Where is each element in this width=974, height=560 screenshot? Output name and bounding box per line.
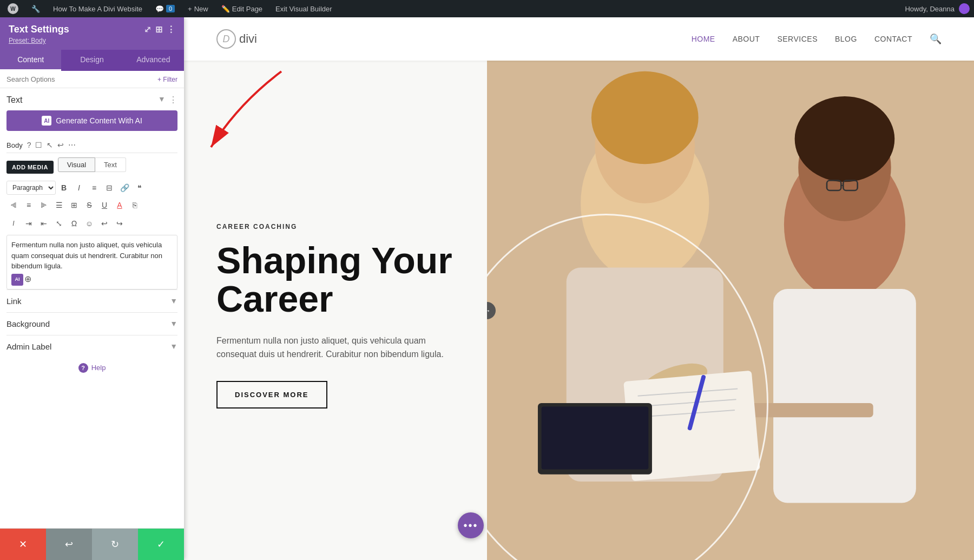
tab-advanced[interactable]: Advanced <box>123 50 184 71</box>
ordered-list-button[interactable]: ⊟ <box>102 181 116 195</box>
more-icon-top[interactable]: ⋯ <box>68 141 76 149</box>
dots-icon: ••• <box>463 519 478 532</box>
panel-header: Text Settings ⤢ ⊞ ⋮ Preset: Body <box>0 17 184 50</box>
outdent-button[interactable]: ⇤ <box>37 216 51 230</box>
align-center-button[interactable]: ≡ <box>22 198 36 212</box>
admin-label-section-header[interactable]: Admin Label ▼ <box>6 342 177 351</box>
add-row-icon[interactable]: ⊕ <box>24 273 31 286</box>
undo-button[interactable]: ↩ <box>97 216 111 230</box>
ai-generate-button[interactable]: AI Generate Content With AI <box>6 110 177 131</box>
omega-button[interactable]: Ω <box>67 216 81 230</box>
save-button[interactable]: ✓ <box>138 529 184 560</box>
fullscreen-icon[interactable]: ⤢ <box>144 24 151 35</box>
exit-builder-button[interactable]: Exit Visual Builder <box>272 0 335 17</box>
view-tabs: Visual Text <box>58 157 126 172</box>
comments-button[interactable]: 💬 0 <box>152 0 178 17</box>
italic2-button[interactable]: I <box>6 216 21 230</box>
admin-bar: W 🔧 How To Make A Divi Website 💬 0 + New… <box>0 0 974 17</box>
view-tab-visual[interactable]: Visual <box>58 157 95 172</box>
background-section-header[interactable]: Background ▼ <box>6 319 177 328</box>
help-icon-inline[interactable]: ? <box>27 141 31 149</box>
plus-icon: + <box>188 5 192 13</box>
unordered-list-button[interactable]: ≡ <box>87 181 101 195</box>
wp-logo-button[interactable]: W <box>4 0 22 17</box>
emoji-button[interactable]: ☺ <box>82 216 96 230</box>
admin-bar-right: Howdy, Deanna <box>905 3 970 14</box>
customize-button[interactable]: 🔧 <box>28 0 43 17</box>
floating-dots-button[interactable]: ••• <box>458 512 484 538</box>
nav-services[interactable]: SERVICES <box>777 35 818 43</box>
text-section-more[interactable]: ⋮ <box>169 95 177 105</box>
align-right-button[interactable]: ⫸ <box>37 198 51 212</box>
admin-label-section-title: Admin Label <box>6 342 51 351</box>
search-input[interactable] <box>6 75 153 83</box>
undo-icon-top[interactable]: ↩ <box>57 141 64 149</box>
bold-button[interactable]: B <box>57 181 71 195</box>
editor-content[interactable]: Fermentum nulla non justo aliquet, quis … <box>6 235 177 289</box>
edit-page-button[interactable]: ✏️ Edit Page <box>218 0 266 17</box>
nav-blog[interactable]: BLOG <box>835 35 857 43</box>
undo-footer-button[interactable]: ↩ <box>46 529 92 560</box>
text-section-toggle[interactable]: ▲ <box>158 96 166 104</box>
select-icon[interactable]: ↖ <box>47 141 53 149</box>
background-section-title: Background <box>6 319 50 328</box>
editor-text: Fermentum nulla non justo aliquet, quis … <box>11 240 173 272</box>
help-button[interactable]: ? Help <box>6 358 177 378</box>
view-tab-text[interactable]: Text <box>95 157 126 172</box>
nav-about[interactable]: ABOUT <box>733 35 760 43</box>
link-button[interactable]: 🔗 <box>117 181 131 195</box>
indent-button[interactable]: ⇥ <box>22 216 36 230</box>
section-controls: ▲ ⋮ <box>158 95 177 105</box>
formatting-toolbar-2: ⫷ ≡ ⫸ ☰ ⊞ S U A ⎘ <box>6 198 177 212</box>
editor-toolbar-top: Body ? ☐ ↖ ↩ ⋯ <box>6 137 177 153</box>
panel-preset: Preset: Body <box>9 37 175 44</box>
tab-content[interactable]: Content <box>0 50 61 71</box>
align-left-button[interactable]: ⫷ <box>6 198 21 212</box>
device-preview-icon[interactable]: ☐ <box>35 141 42 149</box>
help-icon: ? <box>78 363 88 373</box>
redo-button[interactable]: ↪ <box>113 216 127 230</box>
site-name-link[interactable]: How To Make A Divi Website <box>50 0 146 17</box>
nav-home[interactable]: HOME <box>692 35 715 43</box>
discover-more-button[interactable]: DISCOVER MORE <box>216 381 327 409</box>
site-logo[interactable]: D divi <box>216 29 257 49</box>
hero-svg <box>487 61 974 560</box>
more-options-icon[interactable]: ⋮ <box>167 24 175 35</box>
media-view-row: ADD MEDIA Visual Text <box>6 157 177 176</box>
italic-button[interactable]: I <box>72 181 86 195</box>
expand-button[interactable]: ⤡ <box>52 216 66 230</box>
text-color-button[interactable]: A <box>113 198 127 212</box>
link-section-chevron: ▼ <box>170 297 177 305</box>
add-media-button[interactable]: ADD MEDIA <box>6 161 54 174</box>
copy-format-button[interactable]: ⎘ <box>128 198 142 212</box>
formatting-toolbar-1: Paragraph Heading 1 Heading 2 B I ≡ ⊟ 🔗 … <box>6 181 177 195</box>
panel-tabs: Content Design Advanced <box>0 50 184 71</box>
blockquote-button[interactable]: ❝ <box>133 181 147 195</box>
ai-inline-badge[interactable]: AI <box>11 274 23 286</box>
site-nav: D divi HOME ABOUT SERVICES BLOG CONTACT … <box>184 17 974 61</box>
new-button[interactable]: + New <box>185 0 212 17</box>
panel-title-text: Text Settings <box>9 24 69 35</box>
ai-button-icon: AI <box>42 116 51 126</box>
avatar[interactable] <box>959 3 970 14</box>
nav-search-icon[interactable]: 🔍 <box>930 33 942 45</box>
filter-button[interactable]: + Filter <box>157 76 177 83</box>
strikethrough-button[interactable]: S <box>82 198 96 212</box>
underline-button[interactable]: U <box>97 198 111 212</box>
admin-label-section-chevron: ▼ <box>170 342 177 351</box>
hero-right: ↔ <box>487 61 974 560</box>
hero-description: Fermentum nulla non justo aliquet, quis … <box>216 334 449 361</box>
tab-design[interactable]: Design <box>61 50 122 71</box>
close-button[interactable]: ✕ <box>0 529 46 560</box>
preset-label[interactable]: Preset: Body <box>9 37 46 44</box>
link-section-header[interactable]: Link ▼ <box>6 297 177 306</box>
paragraph-select[interactable]: Paragraph Heading 1 Heading 2 <box>6 181 56 195</box>
nav-contact[interactable]: CONTACT <box>874 35 912 43</box>
redo-footer-button[interactable]: ↻ <box>92 529 138 560</box>
background-section-chevron: ▼ <box>170 319 177 328</box>
svg-rect-20 <box>542 407 649 470</box>
text-settings-panel: Text Settings ⤢ ⊞ ⋮ Preset: Body Content… <box>0 17 184 560</box>
table-button[interactable]: ⊞ <box>67 198 81 212</box>
columns-icon[interactable]: ⊞ <box>155 24 162 35</box>
align-justify-button[interactable]: ☰ <box>52 198 66 212</box>
